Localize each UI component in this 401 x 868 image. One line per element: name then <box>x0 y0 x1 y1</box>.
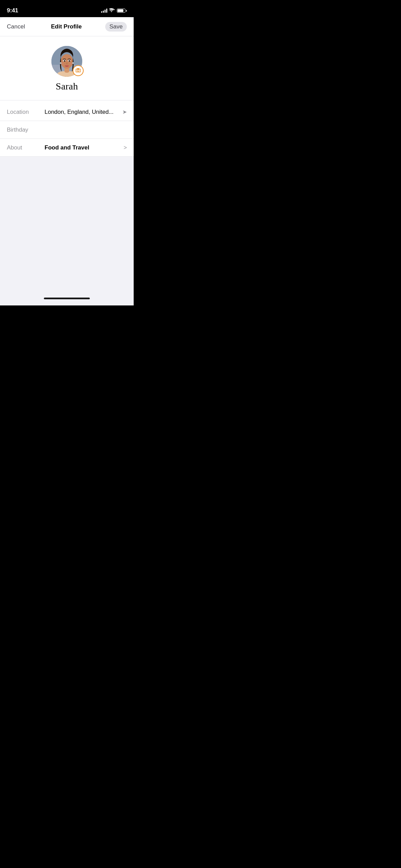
battery-body <box>117 9 125 13</box>
status-time: 9:41 <box>7 7 18 14</box>
wifi-icon <box>109 8 115 13</box>
svg-point-14 <box>61 63 64 65</box>
birthday-row[interactable]: Birthday <box>0 121 134 139</box>
profile-name: Sarah <box>56 81 78 92</box>
form-section: Location London, England, United... ➤ Bi… <box>0 103 134 157</box>
home-indicator <box>0 294 134 305</box>
change-photo-button[interactable] <box>73 65 84 76</box>
signal-bar-3 <box>105 10 106 13</box>
about-value: Food and Travel <box>45 144 121 151</box>
location-arrow-icon: ➤ <box>122 109 127 115</box>
nav-bar: Cancel Edit Profile Save <box>0 17 134 36</box>
empty-area <box>0 157 134 294</box>
signal-bar-1 <box>101 11 102 13</box>
about-chevron-icon: > <box>124 145 127 151</box>
battery-fill <box>118 9 123 12</box>
avatar-container[interactable] <box>51 46 82 77</box>
phone-wrapper: 9:41 <box>0 0 134 305</box>
svg-point-10 <box>65 60 65 61</box>
svg-point-15 <box>70 63 72 65</box>
home-bar <box>44 298 90 299</box>
signal-bar-2 <box>103 11 104 13</box>
svg-point-13 <box>72 62 74 64</box>
svg-point-8 <box>64 60 65 62</box>
profile-section: Sarah <box>0 36 134 100</box>
status-icons <box>101 8 127 13</box>
main-content: Cancel Edit Profile Save <box>0 17 134 294</box>
signal-bars-icon <box>101 9 107 13</box>
signal-bar-4 <box>106 9 107 13</box>
svg-point-12 <box>60 62 62 64</box>
status-bar: 9:41 <box>0 0 134 17</box>
about-row[interactable]: About Food and Travel > <box>0 139 134 157</box>
camera-icon <box>75 68 81 73</box>
battery-icon <box>117 9 127 13</box>
location-row[interactable]: Location London, England, United... ➤ <box>0 103 134 121</box>
location-value: London, England, United... <box>45 109 120 116</box>
cancel-button[interactable]: Cancel <box>7 23 27 30</box>
location-label: Location <box>7 109 45 116</box>
page-title: Edit Profile <box>27 23 105 30</box>
battery-tip <box>126 10 127 12</box>
save-button[interactable]: Save <box>105 22 127 32</box>
svg-point-11 <box>70 60 70 61</box>
about-label: About <box>7 144 45 151</box>
birthday-label: Birthday <box>7 126 45 133</box>
svg-point-9 <box>69 60 70 62</box>
